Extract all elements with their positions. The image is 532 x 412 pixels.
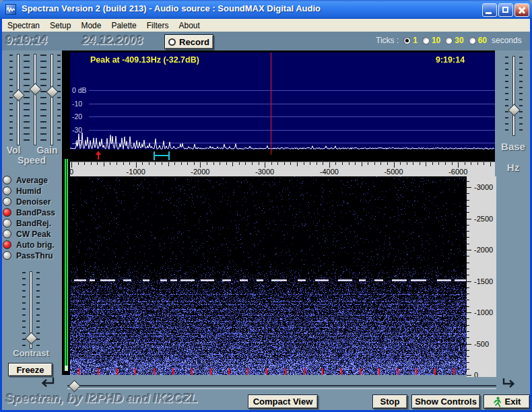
pan-right-arrow-icon[interactable] <box>501 377 517 391</box>
freq-tick <box>213 162 214 165</box>
waterfall-scale-tick <box>467 350 469 351</box>
record-button[interactable]: Record <box>164 34 213 49</box>
titlebar[interactable]: Spectran Version 2 (build 213) - Audio s… <box>0 0 532 19</box>
freq-tick <box>432 162 433 165</box>
freq-tick <box>426 162 426 166</box>
vol-slider-thumb[interactable] <box>12 89 24 101</box>
minimize-button[interactable] <box>482 3 497 17</box>
exit-button[interactable]: Exit <box>484 394 530 409</box>
humid-led-icon[interactable] <box>3 186 11 195</box>
stop-button-label: Stop <box>380 397 400 407</box>
denoiser-led-icon[interactable] <box>3 197 11 206</box>
freq-tick-label: -1000 <box>127 168 145 176</box>
bandrej-led-icon[interactable] <box>3 219 11 228</box>
freq-tick-label: -3000 <box>255 168 274 176</box>
waterfall-scale-tick <box>467 362 469 363</box>
freq-tick-label: 0 <box>70 168 73 176</box>
waterfall-scale-tick <box>467 244 469 244</box>
ticks-radio-10[interactable]: 10 <box>422 36 440 45</box>
ticks-radio-60[interactable]: 60 <box>469 36 487 45</box>
menu-item-spectran[interactable]: Spectran <box>7 21 40 30</box>
ticks-radio-group: Ticks : 1103060 seconds <box>376 36 522 45</box>
led-toggle-passthru[interactable]: PassThru <box>3 250 53 261</box>
average-led-icon[interactable] <box>3 176 11 184</box>
menu-item-filters[interactable]: Filters <box>147 21 169 30</box>
cw-peak-led-icon[interactable] <box>3 230 11 238</box>
radio-icon[interactable] <box>469 37 476 44</box>
waterfall-scroll-slider[interactable] <box>67 385 496 389</box>
passthru-led-icon[interactable] <box>3 251 11 260</box>
menu-item-mode[interactable]: Mode <box>81 21 101 30</box>
waterfall-scale-tick <box>467 306 469 307</box>
freq-tick <box>355 162 356 165</box>
pan-left-arrow-icon[interactable] <box>39 376 55 390</box>
show-controls-button[interactable]: Show Controls <box>411 394 480 409</box>
freq-tick <box>465 162 465 165</box>
spectrum-trace-canvas[interactable] <box>70 53 495 151</box>
menu-item-palette[interactable]: Palette <box>111 21 136 30</box>
close-button[interactable] <box>514 3 529 17</box>
radio-icon[interactable] <box>422 37 430 44</box>
base-slider[interactable] <box>505 56 523 136</box>
waterfall-scale-tick <box>467 337 469 338</box>
freq-tick <box>445 162 446 165</box>
freeze-label: Freeze <box>16 365 44 375</box>
spectrum-clock: 9:19:14 <box>436 55 465 65</box>
bandpass-filter-bracket[interactable] <box>154 151 170 160</box>
freq-tick <box>374 162 375 165</box>
base-slider-thumb[interactable] <box>508 104 520 116</box>
freq-tick <box>245 162 246 165</box>
bandpass-led-icon[interactable] <box>3 208 11 217</box>
contrast-slider[interactable] <box>22 271 40 349</box>
led-toggle-denoiser[interactable]: Denoiser <box>3 197 51 207</box>
minimize-icon <box>486 12 492 14</box>
waterfall-scale-tick <box>467 300 469 300</box>
ticks-option-label: 30 <box>455 36 463 45</box>
waterfall-scroll-thumb[interactable] <box>68 380 80 392</box>
speed-slider-thumb[interactable] <box>29 83 41 95</box>
freq-tick-label: -2000 <box>191 168 209 176</box>
menu-item-about[interactable]: About <box>178 21 199 30</box>
gain-slider[interactable] <box>43 54 61 145</box>
waterfall-frequency-scale: -3000-2500-2000-1500-1000-5000 <box>467 176 496 377</box>
freq-tick <box>117 162 117 165</box>
stop-button[interactable]: Stop <box>372 394 407 409</box>
gain-label: Gain <box>35 145 59 156</box>
waterfall-scale-tick <box>467 375 471 376</box>
led-toggle-cw-peak[interactable]: CW Peak <box>3 229 51 239</box>
freq-tick <box>438 162 439 165</box>
led-toggle-bandpass[interactable]: BandPass <box>3 207 55 217</box>
waterfall-canvas[interactable] <box>70 176 467 375</box>
waterfall-scale-tick <box>467 356 469 357</box>
led-toggle-bandrej[interactable]: BandRej. <box>3 218 51 228</box>
speed-slider[interactable] <box>26 54 44 145</box>
freq-tick <box>458 162 459 168</box>
maximize-button[interactable] <box>498 3 513 17</box>
auto-brig-led-icon[interactable] <box>3 240 11 249</box>
freq-tick <box>413 162 413 165</box>
freq-tick <box>207 162 207 165</box>
led-toggle-humid[interactable]: Humid <box>3 186 41 196</box>
spectrum-display[interactable]: Peak at -409.13Hz (-32.7dB) 9:19:14 0 dB… <box>70 50 495 151</box>
waterfall-scale-tick <box>467 344 471 345</box>
freq-tick <box>181 162 182 165</box>
radio-icon[interactable] <box>403 37 411 44</box>
led-toggle-auto-brig[interactable]: Auto brig. <box>3 240 55 250</box>
led-toggle-average[interactable]: Average <box>3 175 48 185</box>
ticks-radio-1[interactable]: 1 <box>403 36 418 45</box>
radio-icon[interactable] <box>445 37 453 44</box>
peak-marker-arrow <box>96 151 101 160</box>
freq-tick <box>477 162 478 165</box>
gain-slider-thumb[interactable] <box>46 85 58 98</box>
vol-slider[interactable] <box>9 54 27 145</box>
frequency-ruler[interactable]: 0-1000-2000-3000-4000-5000-6000 <box>70 162 495 176</box>
freq-tick-label: -5000 <box>384 168 403 176</box>
show-controls-button-label: Show Controls <box>415 397 477 407</box>
compact-view-button[interactable]: Compact View <box>248 394 318 409</box>
ticks-radio-30[interactable]: 30 <box>445 36 463 45</box>
freq-tick <box>129 162 130 165</box>
menu-item-setup[interactable]: Setup <box>50 21 71 30</box>
contrast-slider-thumb[interactable] <box>25 332 37 344</box>
waterfall-scale-tick <box>467 318 469 319</box>
freeze-button[interactable]: Freeze <box>8 363 53 376</box>
